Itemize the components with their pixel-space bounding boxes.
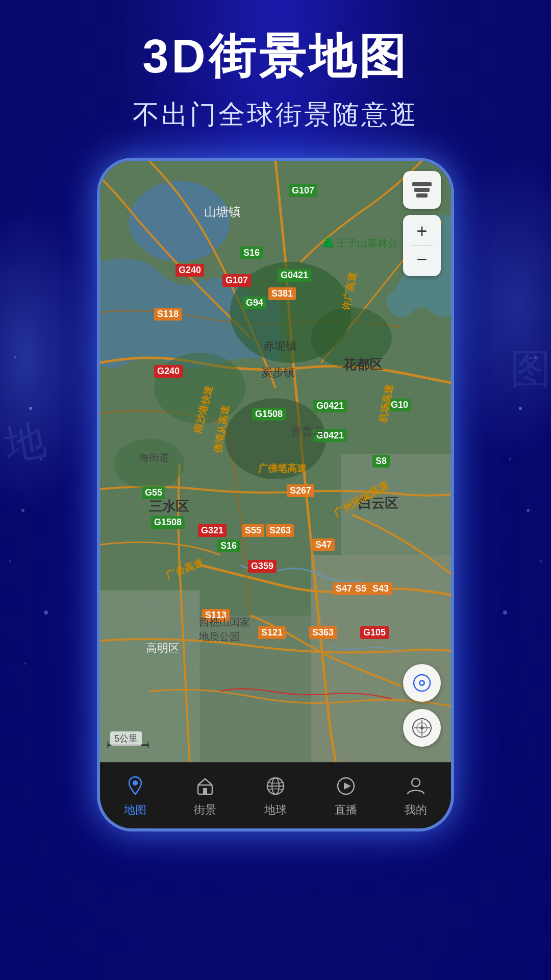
tab-live[interactable]: 直播 (311, 773, 381, 818)
tab-bar: 地图 街景 (100, 762, 451, 828)
tab-mine-label: 我的 (405, 802, 427, 818)
map-controls: + − (403, 171, 441, 276)
road-label-g240-1: G240 (176, 264, 204, 277)
road-label-g240-2: G240 (154, 365, 183, 378)
title-section: 3D街景地图 不出门全球街景随意逛 (0, 31, 551, 158)
tab-map[interactable]: 地图 (100, 773, 170, 818)
tab-street-label: 街景 (194, 802, 216, 818)
place-label-huadu: 花都区 (343, 356, 383, 374)
road-label-s16: S16 (240, 247, 263, 260)
tab-live-label: 直播 (335, 802, 357, 818)
svg-point-54 (133, 780, 138, 786)
compass-icon (411, 717, 433, 739)
svg-point-48 (420, 681, 423, 684)
main-title: 3D街景地图 (20, 31, 531, 82)
place-label-haijiedao: 海街道 (139, 451, 169, 464)
place-label-gaoming: 高明区 (146, 641, 180, 656)
place-label-shantang: 山塘镇 (204, 204, 241, 220)
layers-button[interactable] (403, 171, 441, 209)
road-label-g0421-2: G0421 (313, 400, 347, 413)
tab-map-icon (122, 773, 148, 799)
road-label-s363: S363 (309, 626, 337, 640)
place-label-xianlv: 贤鲁岛 (291, 424, 324, 439)
tab-mine-icon (403, 773, 429, 799)
road-label-g1508-2: G1508 (151, 516, 185, 529)
map-container[interactable]: G107 S16 G240 G107 G0421 S381 S118 G94 G… (100, 161, 451, 762)
road-label-s5: S5 (352, 582, 369, 596)
tab-street[interactable]: 街景 (170, 773, 241, 818)
tab-street-icon (192, 773, 218, 799)
tab-mine[interactable]: 我的 (381, 773, 451, 818)
road-label-s43: S43 (369, 582, 392, 596)
tab-live-icon (333, 773, 359, 799)
road-label-g0421-1: G0421 (278, 269, 311, 282)
road-label-g105: G105 (360, 626, 389, 640)
road-label-g1508: G1508 (252, 408, 286, 421)
tab-globe-icon (262, 773, 289, 799)
map-controls-bottom (403, 664, 441, 747)
svg-marker-61 (344, 782, 351, 790)
svg-rect-56 (203, 788, 207, 794)
svg-point-16 (129, 181, 230, 261)
svg-point-53 (420, 726, 423, 729)
road-label-g321: G321 (198, 524, 227, 537)
tab-globe[interactable]: 地球 (240, 773, 311, 818)
compass-button[interactable] (403, 709, 441, 747)
park-label-wangzishan: 🌲 王子山森林公 (321, 236, 398, 250)
layers-icon (412, 182, 432, 198)
road-label-s267: S267 (287, 484, 314, 498)
zoom-out-button[interactable]: − (416, 250, 427, 268)
road-label-s55: S55 (242, 524, 264, 537)
zoom-control[interactable]: + − (403, 215, 441, 276)
zoom-divider (411, 245, 433, 246)
scale-bar: 5公里 (110, 731, 142, 746)
sub-title: 不出门全球街景随意逛 (20, 97, 531, 132)
road-label-g94: G94 (243, 297, 266, 310)
street-view-icon (412, 673, 432, 693)
tab-map-label: 地图 (124, 802, 146, 818)
road-label-s8: S8 (372, 455, 390, 468)
highway-label-guangfo: 广佛笔高速 (258, 462, 307, 475)
place-label-sanshui: 三水区 (149, 498, 189, 516)
place-label-xiqiaoshan: 西樵山国家地质公园 (199, 615, 250, 644)
zoom-in-button[interactable]: + (416, 222, 427, 240)
road-label-g107-mid: G107 (222, 274, 251, 287)
road-label-s121: S121 (258, 626, 286, 640)
road-label-s263: S263 (266, 524, 294, 537)
road-label-s381: S381 (268, 287, 296, 301)
phone-mockup: G107 S16 G240 G107 G0421 S381 S118 G94 G… (97, 158, 454, 831)
road-label-s47-1: S47 (312, 538, 335, 552)
road-label-g107-top: G107 (289, 184, 317, 198)
svg-point-62 (412, 778, 420, 787)
place-label-chikunzhen: 赤坭镇 (263, 338, 297, 354)
street-view-button[interactable] (403, 664, 441, 702)
road-label-g359: G359 (248, 560, 277, 573)
road-label-s118: S118 (154, 308, 182, 321)
tab-globe-label: 地球 (264, 802, 287, 818)
road-label-s16-2: S16 (217, 540, 240, 553)
place-label-tanbu: 炭步镇 (261, 365, 295, 380)
